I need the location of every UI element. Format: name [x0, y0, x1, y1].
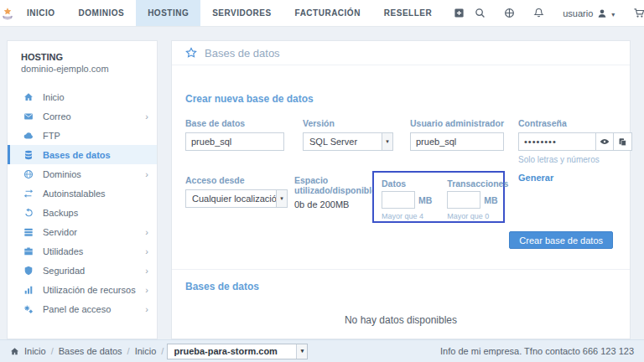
nav-label: RESELLER: [384, 8, 432, 18]
sidebar-item-label: Dominios: [43, 169, 81, 179]
access-from-label: Acceso desde: [185, 175, 303, 185]
nav-item-servidores[interactable]: SERVIDORES: [200, 0, 283, 26]
version-select[interactable]: SQL Server: [303, 132, 393, 151]
databases-list-heading: Bases de datos: [185, 281, 259, 292]
sidebar-item-label: Seguridad: [43, 266, 85, 276]
page-header: Bases de datos: [172, 41, 630, 65]
quota-highlight-box: Datos MB Mayor que 4 Transacciones MB Ma…: [372, 171, 505, 223]
chevron-right-icon: [145, 304, 148, 314]
footer-bar: Inicio Bases de datos Inicio prueba-para…: [0, 339, 644, 362]
company-info-text: Info de mi empresa. Tfno contacto 666 12…: [440, 346, 634, 356]
search-icon[interactable]: [475, 8, 486, 18]
copy-password-icon[interactable]: [614, 132, 632, 151]
domain-selector-value: prueba-para-storm.com: [174, 346, 277, 356]
password-input[interactable]: [518, 132, 595, 151]
database-name-label: Base de datos: [185, 118, 296, 128]
transacciones-unit: MB: [484, 195, 497, 205]
sidebar-item-seguridad[interactable]: Seguridad: [8, 261, 157, 280]
chevron-down-icon: [296, 344, 307, 359]
language-globe-icon[interactable]: [504, 8, 515, 18]
add-tab-icon[interactable]: [444, 0, 475, 26]
section-divider: [172, 269, 630, 270]
sidebar-item-label: Utilidades: [43, 246, 83, 256]
briefcase-icon: [23, 246, 36, 256]
domain-selector[interactable]: prueba-para-storm.com: [167, 344, 308, 359]
transacciones-helper-text: Mayor que 0: [447, 212, 508, 220]
user-menu[interactable]: usuario: [563, 8, 615, 18]
breadcrumb-inicio-2[interactable]: Inicio: [135, 346, 157, 356]
sidebar-item-autoinstalables[interactable]: Autoinstalables: [8, 184, 157, 203]
favorite-star-icon[interactable]: [185, 47, 197, 59]
cloud-icon: [23, 131, 36, 141]
sidebar-item-label: FTP: [43, 131, 60, 141]
chevron-right-icon: [145, 111, 148, 122]
nav-item-inicio[interactable]: INICIO: [15, 0, 67, 26]
sidebar: HOSTING dominio-ejemplo.com Inicio Corre…: [7, 40, 158, 339]
sidebar-item-bases-de-datos[interactable]: Bases de datos: [8, 145, 157, 164]
globe-icon: [23, 169, 36, 179]
chevron-right-icon: [145, 227, 148, 237]
transacciones-input[interactable]: [447, 191, 480, 209]
nav-label: FACTURACIÓN: [295, 8, 361, 18]
sidebar-item-utilizacion-de-recursos[interactable]: Utilización de recursos: [8, 280, 157, 299]
chevron-right-icon: [145, 285, 148, 295]
app-window: INICIO DOMINIOS HOSTING SERVIDORES FACTU…: [0, 0, 644, 362]
sidebar-item-label: Utilización de recursos: [43, 285, 136, 295]
nav-item-dominios[interactable]: DOMINIOS: [67, 0, 137, 26]
sidebar-item-inicio[interactable]: Inicio: [8, 87, 157, 106]
brand-logo-icon[interactable]: [0, 0, 15, 26]
cart-icon[interactable]: [633, 8, 644, 18]
database-name-input[interactable]: [185, 132, 284, 151]
database-icon: [23, 150, 36, 160]
datos-unit: MB: [418, 195, 432, 205]
sidebar-section-title: HOSTING: [21, 52, 143, 62]
nav-label: HOSTING: [148, 8, 189, 18]
breadcrumb-inicio[interactable]: Inicio: [24, 346, 46, 356]
home-icon[interactable]: [10, 347, 19, 356]
user-menu-label: usuario: [563, 8, 593, 18]
page-title: Bases de datos: [205, 47, 280, 59]
datos-input[interactable]: [382, 191, 415, 209]
nav-item-reseller[interactable]: RESELLER: [372, 0, 444, 26]
datos-label: Datos: [382, 178, 432, 189]
sidebar-item-backups[interactable]: Backups: [8, 203, 157, 222]
mail-icon: [23, 111, 36, 122]
main-panel: Bases de datos Crear nueva base de datos…: [171, 40, 631, 339]
sidebar-item-label: Autoinstalables: [43, 189, 106, 199]
sidebar-item-correo[interactable]: Correo: [8, 106, 157, 126]
sidebar-item-panel-de-acceso[interactable]: Panel de acceso: [8, 299, 157, 318]
datos-helper-text: Mayor que 4: [382, 212, 432, 220]
sidebar-domain: dominio-ejemplo.com: [21, 64, 143, 74]
access-from-select[interactable]: Cualquier localización (p: [185, 189, 288, 208]
password-label: Contraseña: [518, 118, 632, 128]
top-navbar: INICIO DOMINIOS HOSTING SERVIDORES FACTU…: [0, 0, 644, 27]
create-database-button[interactable]: Crear base de datos: [509, 231, 613, 249]
generate-password-link[interactable]: Generar: [518, 173, 553, 183]
bar-chart-icon: [23, 285, 36, 295]
nav-item-hosting[interactable]: HOSTING: [136, 0, 200, 26]
show-password-eye-icon[interactable]: [595, 132, 614, 151]
breadcrumb-bases-de-datos[interactable]: Bases de datos: [59, 346, 122, 356]
breadcrumb-separator: [51, 346, 54, 356]
shield-icon: [23, 266, 36, 276]
server-icon: [23, 227, 36, 237]
user-icon: [597, 8, 607, 18]
notifications-bell-icon[interactable]: [533, 8, 544, 18]
nav-label: DOMINIOS: [79, 8, 125, 18]
sidebar-item-servidor[interactable]: Servidor: [8, 222, 157, 241]
sidebar-item-label: Correo: [43, 111, 71, 122]
sidebar-item-utilidades[interactable]: Utilidades: [8, 241, 157, 261]
gears-icon: [23, 304, 36, 314]
exchange-icon: [23, 189, 36, 199]
nav-label: SERVIDORES: [212, 8, 271, 18]
admin-user-input[interactable]: [410, 132, 504, 151]
sidebar-item-dominios[interactable]: Dominios: [8, 164, 157, 184]
chevron-down-icon: [382, 133, 392, 150]
sidebar-item-label: Servidor: [43, 227, 77, 237]
nav-item-facturacion[interactable]: FACTURACIÓN: [283, 0, 372, 26]
space-value: 0b de 200MB: [294, 199, 371, 209]
sidebar-item-ftp[interactable]: FTP: [8, 126, 157, 145]
breadcrumb-separator: [127, 346, 130, 356]
sidebar-menu: Inicio Correo FTP Bases de datos Dominio…: [8, 87, 157, 318]
admin-user-label: Usuario administrador: [410, 118, 512, 128]
